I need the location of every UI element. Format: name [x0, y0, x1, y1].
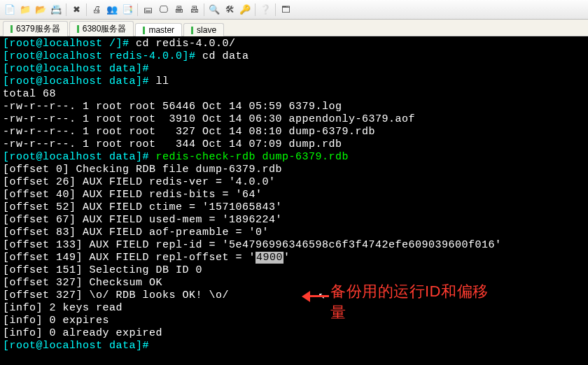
- tab-master[interactable]: master: [135, 23, 182, 36]
- term-line: [offset 67] AUX FIELD used-mem = '189622…: [3, 214, 585, 227]
- tab-label: 6380服务器: [83, 23, 127, 35]
- term-line: [offset 52] AUX FIELD ctime = '157106584…: [3, 201, 585, 214]
- toolbar-separator: [66, 3, 66, 16]
- tabbar: 6379服务器 6380服务器 master slave: [0, 20, 588, 36]
- term-line: [root@localhost data]#: [3, 340, 585, 352]
- toolbar-separator: [86, 3, 87, 16]
- prompt: [root@localhost redis-4.0.0]#: [3, 50, 202, 62]
- toolbar-icon-6[interactable]: 🖨: [90, 3, 104, 17]
- toolbar-icon-9[interactable]: 🖴: [141, 3, 155, 17]
- toolbar-icon-13[interactable]: 🔍: [207, 3, 221, 17]
- prompt: [root@localhost data]#: [3, 76, 156, 87]
- tab-6380[interactable]: 6380服务器: [69, 21, 134, 36]
- cmd: cd data: [202, 50, 249, 62]
- annotation-text: 备份用的运行ID和偏移 量: [330, 281, 489, 323]
- term-line: [root@localhost data]# ll: [3, 76, 585, 88]
- prompt: [root@localhost data]#: [3, 151, 156, 163]
- toolbar-separator: [137, 3, 138, 16]
- cmd: cd redis-4.0.0/: [136, 38, 236, 50]
- term-line: [offset 327] Checksum OK: [3, 277, 585, 289]
- prompt: [root@localhost data]#: [3, 340, 149, 352]
- tab-label: slave: [197, 25, 216, 35]
- toolbar-separator: [255, 3, 255, 16]
- prompt: [root@localhost /]#: [3, 38, 136, 50]
- toolbar-icon-10[interactable]: 🖵: [156, 3, 170, 17]
- term-line: [offset 26] AUX FIELD redis-ver = '4.0.0…: [3, 176, 585, 189]
- tab-label: 6379服务器: [16, 23, 60, 35]
- toolbar-icon-2[interactable]: 📁: [18, 3, 32, 17]
- output: ': [284, 252, 290, 264]
- cmd: ll: [156, 76, 169, 87]
- term-line: -rw-r--r--. 1 root root 3910 Oct 14 06:3…: [3, 113, 585, 126]
- toolbar-icon-15[interactable]: 🔑: [238, 3, 252, 17]
- term-line: [root@localhost /]# cd redis-4.0.0/: [3, 38, 585, 50]
- toolbar-icon-3[interactable]: 📂: [34, 3, 48, 17]
- term-line: -rw-r--r--. 1 root root 56446 Oct 14 05:…: [3, 101, 585, 113]
- term-line: [offset 151] Selecting DB ID 0: [3, 264, 585, 277]
- term-line: -rw-r--r--. 1 root root 344 Oct 14 07:09…: [3, 138, 585, 151]
- toolbar-icon-11[interactable]: 🖶: [172, 3, 186, 17]
- toolbar: 📄 📁 📂 📇 ✖ 🖨 👥 📑 🖴 🖵 🖶 🖷 🔍 🛠 🔑 ❔ 🗔: [0, 0, 588, 20]
- toolbar-icon-5[interactable]: ✖: [69, 3, 83, 17]
- term-line: [root@localhost data]#: [3, 63, 585, 76]
- prompt: [root@localhost data]#: [3, 63, 149, 75]
- toolbar-icon-14[interactable]: 🛠: [223, 3, 237, 17]
- selected-text: 4900: [255, 252, 284, 264]
- tab-6379[interactable]: 6379服务器: [3, 21, 68, 36]
- terminal[interactable]: [root@localhost /]# cd redis-4.0.0/ [roo…: [0, 36, 588, 365]
- term-line: [info] 2 keys read: [3, 302, 585, 315]
- term-line: [root@localhost redis-4.0.0]# cd data: [3, 50, 585, 63]
- term-line: -rw-r--r--. 1 root root 327 Oct 14 08:10…: [3, 126, 585, 138]
- tab-label: master: [148, 25, 174, 35]
- toolbar-separator: [275, 3, 276, 16]
- toolbar-separator: [204, 3, 204, 16]
- term-line: [info] 0 already expired: [3, 327, 585, 340]
- term-line: [offset 149] AUX FIELD repl-offset = '49…: [3, 252, 585, 264]
- term-line: [offset 133] AUX FIELD repl-id = '5e4796…: [3, 239, 585, 252]
- toolbar-icon-16[interactable]: 🗔: [279, 3, 293, 17]
- help-icon[interactable]: ❔: [258, 3, 272, 17]
- tab-slave[interactable]: slave: [183, 23, 224, 36]
- term-line: [offset 40] AUX FIELD redis-bits = '64': [3, 189, 585, 201]
- cmd: redis-check-rdb dump-6379.rdb: [156, 151, 349, 163]
- term-line: [root@localhost data]# redis-check-rdb d…: [3, 151, 585, 164]
- toolbar-icon-8[interactable]: 📑: [120, 3, 134, 17]
- term-line: [offset 83] AUX FIELD aof-preamble = '0': [3, 227, 585, 239]
- term-line: [info] 0 expires: [3, 315, 585, 327]
- term-line: [offset 327] \o/ RDB looks OK! \o/: [3, 289, 585, 302]
- output: [offset 149] AUX FIELD repl-offset = ': [3, 252, 255, 264]
- term-line: total 68: [3, 88, 585, 101]
- toolbar-icon-1[interactable]: 📄: [3, 3, 17, 17]
- toolbar-icon-12[interactable]: 🖷: [187, 3, 201, 17]
- term-line: [offset 0] Checking RDB file dump-6379.r…: [3, 164, 585, 176]
- toolbar-icon-4[interactable]: 📇: [49, 3, 63, 17]
- toolbar-icon-7[interactable]: 👥: [105, 3, 119, 17]
